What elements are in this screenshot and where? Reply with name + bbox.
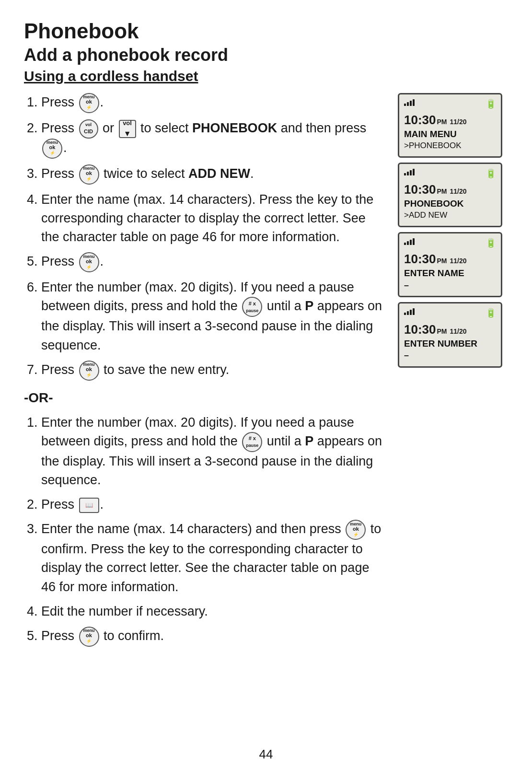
menu-ok-button-icon[interactable]: menu ok ⚡: [79, 93, 99, 113]
screen3-ampm: PM: [437, 256, 447, 266]
step-3: Press menu ok ⚡ twice to select ADD NEW.: [41, 164, 383, 185]
screen2-time: 10:30: [404, 181, 436, 198]
section1-steps: Press menu ok ⚡ . Press vol CID or vol ▼: [24, 93, 383, 381]
menu-ok-button-icon-4[interactable]: menu ok ⚡: [79, 252, 99, 272]
screen4-line1: ENTER NUMBER: [404, 338, 496, 350]
screen1-date: 11/20: [450, 117, 467, 127]
screen2-line1: PHONEBOOK: [404, 198, 496, 210]
screen3-line2: –: [404, 280, 496, 291]
step-7: Press menu ok ⚡ to save the new entry.: [41, 361, 383, 381]
hash-pause-button-icon[interactable]: # x pause: [242, 297, 262, 317]
s2-step-2: Press 📖 .: [41, 495, 383, 514]
screens-panel: 🔋 10:30 PM 11/20 MAIN MENU >PHONEBOOK 🔋: [398, 93, 508, 654]
screen4-date: 11/20: [450, 327, 467, 336]
battery-icon-2: 🔋: [486, 168, 496, 179]
screen2-date: 11/20: [450, 187, 467, 196]
phonebook-button-icon[interactable]: 📖: [79, 498, 99, 513]
menu-ok-button-icon-2[interactable]: menu ok ⚡: [42, 139, 62, 159]
screen1-line1: MAIN MENU: [404, 128, 496, 140]
battery-icon-4: 🔋: [486, 307, 496, 319]
screen1-line2: >PHONEBOOK: [404, 140, 496, 152]
step-1: Press menu ok ⚡ .: [41, 93, 383, 113]
menu-ok-button-icon-5[interactable]: menu ok ⚡: [79, 361, 99, 381]
screen-enter-number: 🔋 10:30 PM 11/20 ENTER NUMBER –: [398, 302, 502, 367]
s2-step-1: Enter the number (max. 20 digits). If yo…: [41, 413, 383, 490]
screen-main-menu: 🔋 10:30 PM 11/20 MAIN MENU >PHONEBOOK: [398, 93, 502, 158]
vol-button-icon[interactable]: vol ▼: [119, 120, 136, 138]
subsection-title: Using a cordless handset: [24, 68, 508, 84]
screen2-line2: >ADD NEW: [404, 210, 496, 221]
menu-ok-button-icon-6[interactable]: menu ok ⚡: [346, 520, 366, 540]
screen3-date: 11/20: [450, 256, 467, 266]
step-6: Enter the number (max. 20 digits). If yo…: [41, 278, 383, 354]
section2-steps: Enter the number (max. 20 digits). If yo…: [24, 413, 383, 647]
step-5: Press menu ok ⚡ .: [41, 252, 383, 272]
screen3-line1: ENTER NAME: [404, 268, 496, 280]
page-title: Phonebook: [24, 19, 508, 43]
screen3-time: 10:30: [404, 251, 436, 268]
screen-enter-name: 🔋 10:30 PM 11/20 ENTER NAME –: [398, 232, 502, 297]
screen-phonebook: 🔋 10:30 PM 11/20 PHONEBOOK >ADD NEW: [398, 163, 502, 227]
screen4-time: 10:30: [404, 321, 436, 338]
signal-bars-1: [404, 98, 415, 106]
hash-pause-button-icon-2[interactable]: # x pause: [242, 432, 262, 452]
menu-ok-button-icon-3[interactable]: menu ok ⚡: [79, 164, 99, 185]
or-divider: -OR-: [24, 390, 383, 406]
instructions-panel: Press menu ok ⚡ . Press vol CID or vol ▼: [24, 93, 383, 654]
cid-button-icon[interactable]: vol CID: [79, 119, 98, 139]
screen4-line2: –: [404, 350, 496, 361]
screen1-time: 10:30: [404, 112, 436, 128]
s2-step-4: Edit the number if necessary.: [41, 602, 383, 621]
step-2: Press vol CID or vol ▼ to select PHONEBO…: [41, 119, 383, 159]
screen1-ampm: PM: [437, 117, 447, 127]
page-number: 44: [259, 747, 273, 762]
battery-icon-3: 🔋: [486, 237, 496, 249]
battery-icon-1: 🔋: [486, 98, 496, 110]
screen4-ampm: PM: [437, 327, 447, 336]
s2-step-3: Enter the name (max. 14 characters) and …: [41, 520, 383, 596]
s2-step-5: Press menu ok ⚡ to confirm.: [41, 627, 383, 647]
section-title: Add a phonebook record: [24, 45, 508, 65]
screen2-ampm: PM: [437, 187, 447, 196]
signal-bars-4: [404, 307, 415, 315]
signal-bars-2: [404, 168, 415, 175]
step-4: Enter the name (max. 14 characters). Pre…: [41, 190, 383, 246]
menu-ok-button-icon-7[interactable]: menu ok ⚡: [79, 627, 99, 647]
signal-bars-3: [404, 237, 415, 245]
